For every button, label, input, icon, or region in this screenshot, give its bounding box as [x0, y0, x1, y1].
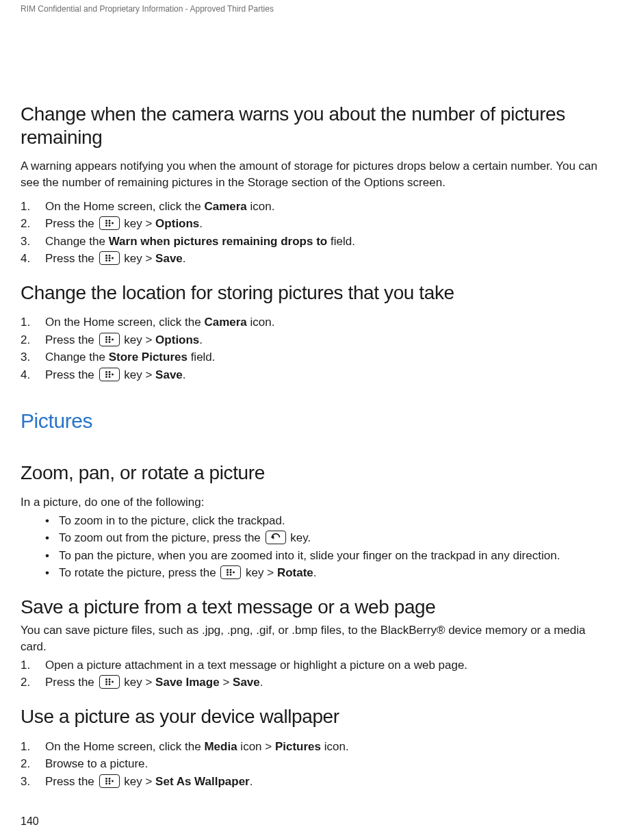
bullet-text: key. — [287, 531, 311, 544]
step-text: key > — [121, 252, 156, 265]
list-item: To rotate the picture, press the key > R… — [21, 564, 612, 582]
list-item: On the Home screen, click the Camera ico… — [21, 198, 612, 216]
options-label: Options — [155, 333, 199, 346]
step-text: On the Home screen, click the — [45, 740, 204, 753]
step-text: Change the — [45, 235, 109, 248]
bullet-text: To zoom out from the picture, press the — [59, 531, 264, 544]
list-item: To zoom out from the picture, press the … — [21, 529, 612, 547]
list-item: Press the key > Save Image > Save. — [21, 674, 612, 691]
set-as-wallpaper-label: Set As Wallpaper — [155, 775, 250, 788]
step-text: Change the — [45, 351, 109, 364]
step-text: key > — [121, 217, 156, 230]
step-text: field. — [327, 235, 355, 248]
intro-save-picture: You can save picture files, such as .jpg… — [21, 622, 612, 655]
list-item: Press the key > Options. — [21, 215, 612, 233]
menu-key-icon — [99, 368, 120, 381]
list-item: Press the key > Save. — [21, 366, 612, 384]
bullet-text: To rotate the picture, press the — [59, 566, 219, 579]
store-pictures-label: Store Pictures — [109, 351, 188, 364]
step-text: key > — [121, 676, 156, 689]
rotate-label: Rotate — [277, 566, 313, 579]
pictures-label: Pictures — [275, 740, 321, 753]
step-text: Press the — [45, 775, 98, 788]
step-text: Press the — [45, 217, 98, 230]
step-text: . — [183, 252, 186, 265]
step-text: . — [183, 368, 186, 381]
step-text: . — [260, 676, 263, 689]
step-text: Press the — [45, 252, 98, 265]
camera-label: Camera — [204, 200, 246, 213]
step-text: Press the — [45, 333, 98, 346]
step-text: On the Home screen, click the — [45, 200, 204, 213]
warn-field-label: Warn when pictures remaining drops to — [109, 235, 328, 248]
bullets-zoom: To zoom in to the picture, click the tra… — [21, 512, 612, 582]
media-label: Media — [204, 740, 237, 753]
heading-wallpaper: Use a picture as your device wallpaper — [21, 705, 612, 728]
section-title-pictures: Pictures — [21, 409, 612, 433]
heading-store-location: Change the location for storing pictures… — [21, 281, 612, 305]
list-item: On the Home screen, click the Camera ico… — [21, 314, 612, 331]
list-item: Open a picture attachment in a text mess… — [21, 657, 612, 674]
step-text: > — [220, 676, 233, 689]
heading-camera-warning: Change when the camera warns you about t… — [21, 103, 612, 149]
list-item: To pan the picture, when you are zoomed … — [21, 547, 612, 565]
step-text: Press the — [45, 368, 98, 381]
steps-save-picture: Open a picture attachment in a text mess… — [21, 657, 612, 691]
step-text: . — [199, 217, 203, 230]
step-text: key > — [121, 368, 156, 381]
step-text: icon. — [247, 200, 275, 213]
step-text: . — [250, 775, 253, 788]
steps-wallpaper: On the Home screen, click the Media icon… — [21, 738, 612, 791]
list-item: Press the key > Save. — [21, 250, 612, 268]
list-item: Change the Store Pictures field. — [21, 348, 612, 366]
save-label: Save — [233, 676, 260, 689]
list-item: On the Home screen, click the Media icon… — [21, 738, 612, 756]
step-text: icon. — [247, 316, 275, 329]
menu-key-icon — [99, 216, 120, 230]
list-item: Press the key > Set As Wallpaper. — [21, 773, 612, 791]
step-text: . — [199, 333, 203, 346]
intro-camera-warning: A warning appears notifying you when the… — [21, 158, 612, 191]
step-text: key > — [121, 775, 156, 788]
menu-key-icon — [99, 675, 120, 689]
camera-label: Camera — [204, 316, 246, 329]
bullet-text: . — [313, 566, 317, 579]
menu-key-icon — [99, 774, 120, 788]
step-text: field. — [188, 351, 216, 364]
step-text: icon > — [237, 740, 275, 753]
steps-store-location: On the Home screen, click the Camera ico… — [21, 314, 612, 383]
list-item: Press the key > Options. — [21, 331, 612, 349]
step-text: key > — [121, 333, 156, 346]
step-text: On the Home screen, click the — [45, 316, 204, 329]
header-confidential: RIM Confidential and Proprietary Informa… — [21, 0, 612, 14]
intro-zoom: In a picture, do one of the following: — [21, 494, 612, 511]
options-label: Options — [155, 217, 199, 230]
list-item: Browse to a picture. — [21, 755, 612, 773]
save-image-label: Save Image — [155, 676, 220, 689]
step-text: icon. — [321, 740, 349, 753]
list-item: To zoom in to the picture, click the tra… — [21, 512, 612, 530]
bullet-text: key > — [242, 566, 277, 579]
save-label: Save — [155, 252, 183, 265]
heading-zoom-pan-rotate: Zoom, pan, or rotate a picture — [21, 461, 612, 485]
heading-save-picture: Save a picture from a text message or a … — [21, 596, 612, 619]
menu-key-icon — [99, 251, 120, 265]
steps-camera-warning: On the Home screen, click the Camera ico… — [21, 198, 612, 268]
page-number: 140 — [21, 815, 39, 828]
save-label: Save — [155, 368, 183, 381]
menu-key-icon — [99, 333, 120, 346]
step-text: Press the — [45, 676, 98, 689]
back-key-icon — [266, 531, 286, 544]
menu-key-icon — [220, 565, 241, 579]
list-item: Change the Warn when pictures remaining … — [21, 233, 612, 251]
